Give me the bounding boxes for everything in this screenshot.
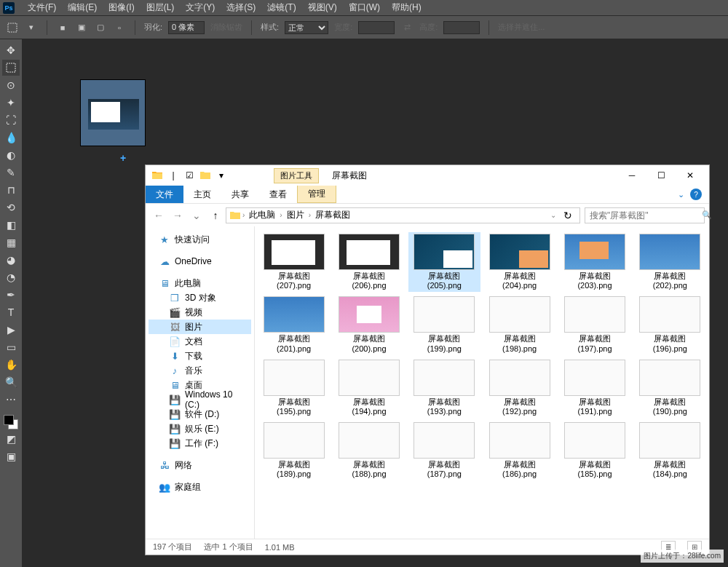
brush-tool[interactable]: ✎ xyxy=(2,164,20,181)
select-subject-button[interactable]: 选择并遮住... xyxy=(498,22,545,33)
history-brush-tool[interactable]: ⟲ xyxy=(2,199,20,215)
ribbon-tab-view[interactable]: 查看 xyxy=(259,186,297,203)
stamp-tool[interactable]: ⊓ xyxy=(2,182,20,198)
file-item[interactable]: 屏幕截图(205).png xyxy=(408,232,480,292)
menu-edit[interactable]: 编辑(E) xyxy=(62,1,103,14)
nav-forward-button[interactable]: → xyxy=(169,207,186,224)
menu-layer[interactable]: 图层(L) xyxy=(141,1,181,14)
file-item[interactable]: 屏幕截图(199).png xyxy=(408,295,480,354)
file-item[interactable]: 屏幕截图(207).png xyxy=(258,232,330,292)
zoom-tool[interactable]: 🔍 xyxy=(2,374,20,390)
marquee-tool-icon[interactable] xyxy=(6,21,19,34)
nav-downloads[interactable]: ⬇下载 xyxy=(149,349,251,363)
crop-tool[interactable]: ⛶ xyxy=(2,112,20,128)
maximize-button[interactable]: ☐ xyxy=(646,165,676,186)
file-item[interactable]: 屏幕截图(189).png xyxy=(258,421,330,480)
menu-select[interactable]: 选择(S) xyxy=(221,1,261,14)
feather-input[interactable] xyxy=(168,21,205,34)
edit-toolbar[interactable]: ⋯ xyxy=(2,392,20,408)
refresh-button[interactable]: ↻ xyxy=(559,207,577,224)
breadcrumb-pictures[interactable]: 图片 xyxy=(284,209,307,221)
folder-icon[interactable] xyxy=(150,168,165,183)
search-box[interactable]: 🔍 xyxy=(585,207,705,223)
file-item[interactable]: 屏幕截图(195).png xyxy=(258,358,330,418)
breadcrumb-pc[interactable]: 此电脑 xyxy=(246,209,278,221)
file-item[interactable]: 屏幕截图(197).png xyxy=(558,295,630,354)
move-tool[interactable]: ✥ xyxy=(2,42,20,58)
text-tool[interactable]: T xyxy=(2,304,20,320)
fg-color[interactable] xyxy=(4,415,14,425)
files-pane[interactable]: 屏幕截图(207).png屏幕截图(206).png屏幕截图(205).png屏… xyxy=(255,226,709,539)
menu-filter[interactable]: 滤镜(T) xyxy=(261,1,301,14)
quick-mask-tool[interactable]: ◩ xyxy=(2,431,20,447)
menu-file[interactable]: 文件(F) xyxy=(22,1,62,14)
search-input[interactable] xyxy=(590,210,699,221)
eyedropper-tool[interactable]: 💧 xyxy=(2,130,20,146)
nav-pane[interactable]: ★快速访问 ☁OneDrive 🖥此电脑 ❒3D 对象 🎬视频 🖼图片 📄文档 … xyxy=(146,226,255,539)
file-item[interactable]: 屏幕截图(198).png xyxy=(483,295,555,354)
dropdown-icon[interactable]: ▾ xyxy=(25,21,38,34)
nav-3d-objects[interactable]: ❒3D 对象 xyxy=(149,290,251,305)
file-item[interactable]: 屏幕截图(200).png xyxy=(333,295,405,354)
selection-intersect-icon[interactable]: ▫ xyxy=(113,21,126,34)
nav-onedrive[interactable]: ☁OneDrive xyxy=(149,254,251,269)
style-select[interactable]: 正常 xyxy=(285,21,328,34)
chevron-right-icon[interactable]: › xyxy=(280,211,282,219)
ribbon-expand-icon[interactable]: ⌄ xyxy=(678,190,684,199)
file-item[interactable]: 屏幕截图(191).png xyxy=(558,358,630,418)
nav-drive-c[interactable]: 💾Windows 10 (C:) xyxy=(149,392,251,407)
nav-drive-e[interactable]: 💾娱乐 (E:) xyxy=(149,421,251,436)
nav-drive-f[interactable]: 💾工作 (F:) xyxy=(149,436,251,451)
menu-view[interactable]: 视图(V) xyxy=(302,1,343,14)
file-item[interactable]: 屏幕截图(188).png xyxy=(333,421,405,480)
file-item[interactable]: 屏幕截图(206).png xyxy=(333,232,405,292)
nav-music[interactable]: ♪音乐 xyxy=(149,363,251,378)
address-dropdown[interactable]: ⌄ xyxy=(550,211,556,219)
blur-tool[interactable]: ◕ xyxy=(2,252,20,268)
menu-text[interactable]: 文字(Y) xyxy=(180,1,221,14)
address-box[interactable]: › 此电脑 › 图片 › 屏幕截图 ⌄ ↻ xyxy=(226,207,580,223)
file-item[interactable]: 屏幕截图(187).png xyxy=(408,421,480,480)
hand-tool[interactable]: ✋ xyxy=(2,357,20,373)
menu-window[interactable]: 窗口(W) xyxy=(343,1,386,14)
qat-new-folder-button[interactable] xyxy=(198,168,213,183)
nav-up-button[interactable]: ↑ xyxy=(207,207,224,224)
file-item[interactable]: 屏幕截图(196).png xyxy=(634,295,706,354)
lasso-tool[interactable]: ⊙ xyxy=(2,77,20,93)
nav-network[interactable]: 🖧网络 xyxy=(149,458,251,472)
file-item[interactable]: 屏幕截图(186).png xyxy=(483,421,555,480)
path-select-tool[interactable]: ▶ xyxy=(2,322,20,338)
nav-pictures[interactable]: 🖼图片 xyxy=(149,320,251,334)
breadcrumb-screenshots[interactable]: 屏幕截图 xyxy=(312,209,353,221)
file-item[interactable]: 屏幕截图(185).png xyxy=(558,421,630,480)
selection-add-icon[interactable]: ▣ xyxy=(75,21,88,34)
color-swatch[interactable] xyxy=(4,415,18,429)
menu-image[interactable]: 图像(I) xyxy=(103,1,140,14)
file-item[interactable]: 屏幕截图(194).png xyxy=(333,358,405,418)
file-item[interactable]: 屏幕截图(192).png xyxy=(483,358,555,418)
shape-tool[interactable]: ▭ xyxy=(2,339,20,355)
file-item[interactable]: 屏幕截图(203).png xyxy=(558,232,630,292)
nav-videos[interactable]: 🎬视频 xyxy=(149,305,251,320)
magic-wand-tool[interactable]: ✦ xyxy=(2,95,20,111)
gradient-tool[interactable]: ▦ xyxy=(2,234,20,250)
ribbon-tab-file[interactable]: 文件 xyxy=(146,186,183,203)
selection-sub-icon[interactable]: ▢ xyxy=(94,21,107,34)
menu-help[interactable]: 帮助(H) xyxy=(386,1,427,14)
file-item[interactable]: 屏幕截图(190).png xyxy=(634,358,706,418)
ribbon-tab-share[interactable]: 共享 xyxy=(221,186,259,203)
canvas-document[interactable] xyxy=(80,79,146,146)
nav-recent-dropdown[interactable]: ⌄ xyxy=(188,207,205,224)
nav-quick-access[interactable]: ★快速访问 xyxy=(149,232,251,247)
marquee-tool[interactable] xyxy=(2,60,20,76)
nav-homegroup[interactable]: 👥家庭组 xyxy=(149,480,251,494)
explorer-titlebar[interactable]: | ☑ ▾ 图片工具 屏幕截图 ─ ☐ ✕ xyxy=(146,165,709,186)
qat-properties-button[interactable]: ☑ xyxy=(182,168,197,183)
close-button[interactable]: ✕ xyxy=(676,165,705,186)
chevron-right-icon[interactable]: › xyxy=(309,211,311,219)
help-icon[interactable]: ? xyxy=(690,189,702,200)
file-item[interactable]: 屏幕截图(193).png xyxy=(408,358,480,418)
search-icon[interactable]: 🔍 xyxy=(702,210,712,220)
qat-dropdown[interactable]: ▾ xyxy=(214,168,229,183)
ribbon-tab-manage[interactable]: 管理 xyxy=(297,186,336,203)
